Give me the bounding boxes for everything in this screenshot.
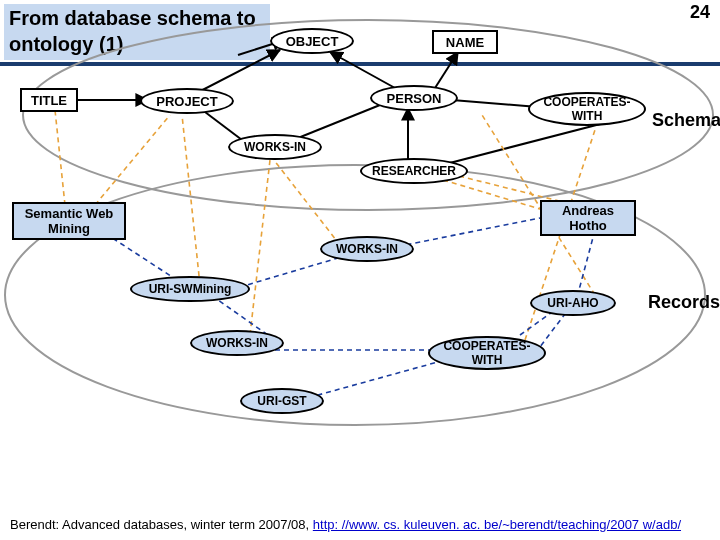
node-uri-gst: URI-GST [240, 388, 324, 414]
footer-link[interactable]: http: //www. cs. kuleuven. ac. be/~beren… [313, 517, 681, 532]
svg-line-12 [55, 110, 65, 205]
node-person: PERSON [370, 85, 458, 111]
svg-line-14 [182, 115, 200, 285]
svg-line-4 [330, 52, 395, 88]
node-project: PROJECT [140, 88, 234, 114]
svg-line-9 [298, 105, 380, 138]
page-number: 24 [690, 2, 710, 23]
node-uri-swmining: URI-SWMining [130, 276, 250, 302]
node-uri-aho: URI-AHO [530, 290, 616, 316]
label-schema: Schema [652, 110, 720, 131]
svg-line-15 [270, 155, 340, 245]
slide-title: From database schema to ontology (1) [4, 4, 270, 60]
svg-line-11 [442, 122, 608, 165]
node-works-in-3: WORKS-IN [190, 330, 284, 356]
footer: Berendt: Advanced databases, winter term… [10, 517, 681, 532]
svg-line-28 [300, 360, 445, 400]
label-records: Records [648, 292, 720, 313]
svg-line-13 [95, 115, 170, 205]
svg-line-16 [250, 160, 270, 335]
diagram-lines [0, 0, 720, 540]
header-rule [0, 62, 720, 66]
node-cooperates-with-2: COOPERATES-WITH [428, 336, 546, 370]
node-researcher: RESEARCHER [360, 158, 468, 184]
node-works-in-2: WORKS-IN [320, 236, 414, 262]
footer-text: Berendt: Advanced databases, winter term… [10, 517, 313, 532]
svg-line-5 [435, 52, 458, 88]
node-object: OBJECT [270, 28, 354, 54]
slide-title-text: From database schema to ontology (1) [9, 7, 256, 55]
node-name: NAME [432, 30, 498, 54]
diagram-canvas: From database schema to ontology (1) 24 [0, 0, 720, 540]
node-title: TITLE [20, 88, 78, 112]
node-cooperates-with-1: COOPERATES-WITH [528, 92, 646, 126]
node-semantic-web-mining: Semantic Web Mining [12, 202, 126, 240]
node-andreas-hotho: Andreas Hotho [540, 200, 636, 236]
node-works-in-1: WORKS-IN [228, 134, 322, 160]
